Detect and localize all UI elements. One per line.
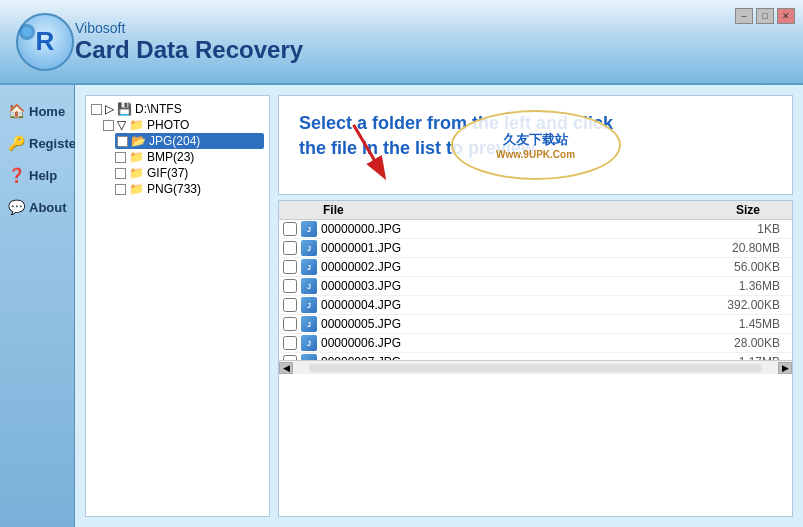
- watermark: 久友下载站 Www.9UPK.Com: [451, 110, 621, 180]
- minimize-button[interactable]: –: [735, 8, 753, 24]
- instruction-area: Select a folder from the left and click …: [278, 95, 793, 195]
- table-row[interactable]: J 00000004.JPG 392.00KB: [279, 296, 792, 315]
- file-name-5: 00000005.JPG: [321, 317, 708, 331]
- app-main-title: Card Data Recovery: [75, 36, 303, 64]
- main-layout: 🏠 Home 🔑 Register ❓ Help 💬 About ▷ 💾 D:: [0, 85, 803, 527]
- app-header: R Vibosoft Card Data Recovery – □ ✕: [0, 0, 803, 85]
- tree-bmp-label: BMP(23): [147, 150, 194, 164]
- file-checkbox-6[interactable]: [283, 336, 297, 350]
- file-type-icon-2: J: [301, 259, 317, 275]
- table-row[interactable]: J 00000005.JPG 1.45MB: [279, 315, 792, 334]
- app-title-group: Vibosoft Card Data Recovery: [75, 20, 303, 64]
- tree-root-checkbox[interactable]: [91, 104, 102, 115]
- right-panel: Select a folder from the left and click …: [278, 95, 793, 517]
- file-checkbox-4[interactable]: [283, 298, 297, 312]
- tree-node-jpg[interactable]: 📂 JPG(204): [115, 133, 264, 149]
- tree-drive-icon: 💾: [117, 102, 132, 116]
- tree-bmp-checkbox[interactable]: [115, 152, 126, 163]
- svg-text:R: R: [36, 26, 55, 56]
- app-subtitle: Vibosoft: [75, 20, 303, 36]
- file-name-4: 00000004.JPG: [321, 298, 708, 312]
- horizontal-scrollbar[interactable]: ◀ ▶: [279, 360, 792, 374]
- file-checkbox-0[interactable]: [283, 222, 297, 236]
- file-size-1: 20.80MB: [708, 241, 788, 255]
- file-name-1: 00000001.JPG: [321, 241, 708, 255]
- scroll-track: [309, 364, 762, 372]
- sidebar-item-about[interactable]: 💬 About: [0, 191, 74, 223]
- close-button[interactable]: ✕: [777, 8, 795, 24]
- sidebar-label-about: About: [29, 200, 67, 215]
- tree-jpg-checkbox[interactable]: [117, 136, 128, 147]
- about-icon: 💬: [8, 199, 25, 215]
- middle-area: ▷ 💾 D:\NTFS ▽ 📁 PHOTO 📂: [85, 95, 793, 517]
- scroll-left-btn[interactable]: ◀: [279, 362, 293, 374]
- tree-node-png[interactable]: 📁 PNG(733): [115, 181, 264, 197]
- table-row[interactable]: J 00000002.JPG 56.00KB: [279, 258, 792, 277]
- file-list-area: File Size J 00000000.JPG 1KB J 00000001.…: [278, 200, 793, 517]
- svg-line-5: [341, 125, 396, 175]
- file-type-icon-5: J: [301, 316, 317, 332]
- tree-png-checkbox[interactable]: [115, 184, 126, 195]
- sidebar-label-register: Register: [29, 136, 81, 151]
- file-checkbox-2[interactable]: [283, 260, 297, 274]
- tree-indent-1: ▽ 📁 PHOTO 📂 JPG(204) 📁 BMP: [103, 117, 264, 197]
- table-row[interactable]: J 00000003.JPG 1.36MB: [279, 277, 792, 296]
- table-row[interactable]: J 00000007.JPG 1.17MB: [279, 353, 792, 360]
- header-check: [283, 203, 303, 217]
- file-name-3: 00000003.JPG: [321, 279, 708, 293]
- tree-folder-icon-png: 📁: [129, 182, 144, 196]
- tree-root[interactable]: ▷ 💾 D:\NTFS: [91, 101, 264, 117]
- sidebar-label-home: Home: [29, 104, 65, 119]
- tree-jpg-label: JPG(204): [149, 134, 200, 148]
- tree-photo-label: PHOTO: [147, 118, 189, 132]
- tree-photo-expand-icon: ▽: [117, 118, 126, 132]
- tree-png-label: PNG(733): [147, 182, 201, 196]
- file-size-5: 1.45MB: [708, 317, 788, 331]
- file-list-header: File Size: [279, 201, 792, 220]
- file-size-2: 56.00KB: [708, 260, 788, 274]
- sidebar-item-home[interactable]: 🏠 Home: [0, 95, 74, 127]
- tree-node-bmp[interactable]: 📁 BMP(23): [115, 149, 264, 165]
- file-checkbox-5[interactable]: [283, 317, 297, 331]
- header-size: Size: [690, 203, 770, 217]
- file-type-icon-1: J: [301, 240, 317, 256]
- home-icon: 🏠: [8, 103, 25, 119]
- app-logo: R: [15, 12, 75, 72]
- table-row[interactable]: J 00000000.JPG 1KB: [279, 220, 792, 239]
- file-name-6: 00000006.JPG: [321, 336, 708, 350]
- folder-tree[interactable]: ▷ 💾 D:\NTFS ▽ 📁 PHOTO 📂: [85, 95, 270, 517]
- tree-gif-checkbox[interactable]: [115, 168, 126, 179]
- file-type-icon-3: J: [301, 278, 317, 294]
- sidebar-item-help[interactable]: ❓ Help: [0, 159, 74, 191]
- watermark-url: Www.9UPK.Com: [496, 149, 575, 160]
- file-type-icon-6: J: [301, 335, 317, 351]
- sidebar-label-help: Help: [29, 168, 57, 183]
- file-checkbox-1[interactable]: [283, 241, 297, 255]
- tree-folder-icon-bmp: 📁: [129, 150, 144, 164]
- tree-node-photo[interactable]: ▽ 📁 PHOTO: [103, 117, 264, 133]
- file-type-icon-0: J: [301, 221, 317, 237]
- tree-node-gif[interactable]: 📁 GIF(37): [115, 165, 264, 181]
- file-checkbox-7[interactable]: [283, 355, 297, 360]
- tree-folder-icon-photo: 📁: [129, 118, 144, 132]
- file-size-0: 1KB: [708, 222, 788, 236]
- table-row[interactable]: J 00000001.JPG 20.80MB: [279, 239, 792, 258]
- file-name-0: 00000000.JPG: [321, 222, 708, 236]
- file-checkbox-3[interactable]: [283, 279, 297, 293]
- tree-root-label: D:\NTFS: [135, 102, 182, 116]
- file-list-scroll[interactable]: J 00000000.JPG 1KB J 00000001.JPG 20.80M…: [279, 220, 792, 360]
- help-icon: ❓: [8, 167, 25, 183]
- file-size-4: 392.00KB: [708, 298, 788, 312]
- tree-photo-checkbox[interactable]: [103, 120, 114, 131]
- svg-point-3: [22, 27, 32, 37]
- header-file: File: [323, 203, 690, 217]
- watermark-chinese: 久友下载站: [503, 131, 568, 149]
- file-type-icon-7: J: [301, 354, 317, 360]
- sidebar-item-register[interactable]: 🔑 Register: [0, 127, 74, 159]
- maximize-button[interactable]: □: [756, 8, 774, 24]
- register-icon: 🔑: [8, 135, 25, 151]
- content-area: ▷ 💾 D:\NTFS ▽ 📁 PHOTO 📂: [75, 85, 803, 527]
- table-row[interactable]: J 00000006.JPG 28.00KB: [279, 334, 792, 353]
- file-name-2: 00000002.JPG: [321, 260, 708, 274]
- scroll-right-btn[interactable]: ▶: [778, 362, 792, 374]
